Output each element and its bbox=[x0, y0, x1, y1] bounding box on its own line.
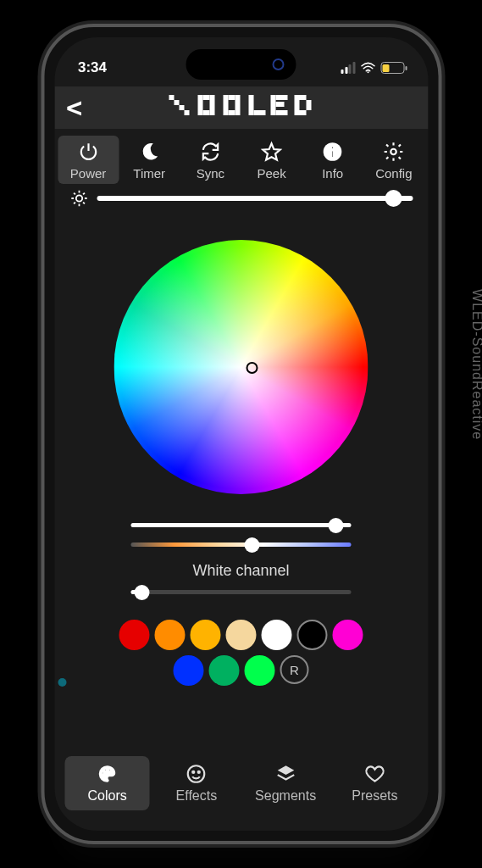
title-bar: < bbox=[54, 86, 428, 129]
side-button bbox=[41, 180, 42, 210]
bottom-nav: Colors Effects Segments Presets bbox=[54, 749, 428, 831]
white-channel-slider[interactable] bbox=[131, 590, 352, 594]
color-temp-slider[interactable] bbox=[131, 542, 352, 547]
star-icon bbox=[261, 141, 283, 163]
swatch-magenta[interactable] bbox=[333, 620, 363, 650]
svg-rect-8 bbox=[202, 110, 209, 115]
config-button[interactable]: Config bbox=[363, 136, 424, 184]
brightness-icon bbox=[69, 189, 88, 208]
peek-button[interactable]: Peek bbox=[241, 136, 302, 184]
svg-rect-25 bbox=[331, 150, 334, 158]
color-wheel[interactable] bbox=[114, 240, 368, 494]
swatch-red[interactable] bbox=[119, 620, 150, 650]
sync-icon bbox=[199, 141, 221, 163]
nav-presets-label: Presets bbox=[352, 788, 397, 804]
brightness-slider[interactable] bbox=[97, 196, 413, 201]
nav-colors[interactable]: Colors bbox=[65, 756, 150, 810]
heart-icon bbox=[363, 763, 385, 785]
svg-rect-4 bbox=[184, 110, 189, 115]
nav-segments[interactable]: Segments bbox=[243, 756, 328, 810]
svg-rect-10 bbox=[235, 95, 240, 115]
battery-icon bbox=[380, 62, 404, 74]
info-button[interactable]: Info bbox=[302, 136, 363, 184]
svg-rect-5 bbox=[197, 95, 202, 115]
svg-rect-13 bbox=[248, 95, 253, 115]
svg-rect-20 bbox=[306, 100, 311, 110]
brightness-row bbox=[54, 189, 428, 214]
config-label: Config bbox=[375, 166, 412, 181]
power-side-button bbox=[440, 231, 441, 315]
moon-icon bbox=[138, 141, 160, 163]
svg-point-32 bbox=[193, 771, 195, 773]
svg-rect-2 bbox=[174, 100, 179, 105]
swatch-black[interactable] bbox=[297, 620, 328, 650]
screen: 3:34 < bbox=[54, 37, 428, 831]
power-button[interactable]: Power bbox=[58, 136, 119, 184]
status-time: 3:34 bbox=[78, 59, 107, 76]
volume-down-button bbox=[41, 298, 42, 353]
swatch-warm-white[interactable] bbox=[226, 620, 257, 650]
info-label: Info bbox=[322, 166, 343, 181]
svg-point-29 bbox=[104, 769, 107, 771]
swatch-orange[interactable] bbox=[155, 620, 186, 650]
svg-point-26 bbox=[391, 149, 397, 155]
swatch-amber[interactable] bbox=[191, 620, 221, 650]
svg-point-28 bbox=[102, 772, 104, 775]
timer-button[interactable]: Timer bbox=[119, 136, 180, 184]
nav-colors-label: Colors bbox=[88, 788, 127, 804]
svg-point-30 bbox=[108, 769, 111, 771]
power-label: Power bbox=[70, 166, 107, 181]
swatch-emerald[interactable] bbox=[209, 655, 240, 686]
cellular-signal-icon bbox=[341, 62, 356, 74]
dynamic-island bbox=[186, 49, 296, 80]
color-swatches: R bbox=[119, 620, 364, 686]
nav-effects[interactable]: Effects bbox=[154, 756, 239, 810]
smile-icon bbox=[186, 763, 208, 785]
svg-rect-3 bbox=[179, 105, 184, 110]
gear-icon bbox=[383, 141, 405, 163]
svg-rect-17 bbox=[275, 102, 284, 107]
svg-point-33 bbox=[198, 771, 200, 773]
sync-button[interactable]: Sync bbox=[180, 136, 241, 184]
nav-effects-label: Effects bbox=[176, 788, 218, 804]
watermark-text: WLED-SoundReactive bbox=[469, 289, 482, 440]
svg-rect-16 bbox=[275, 95, 287, 100]
timer-label: Timer bbox=[133, 166, 165, 181]
svg-rect-22 bbox=[294, 100, 299, 110]
svg-rect-18 bbox=[275, 110, 287, 115]
value-slider[interactable] bbox=[131, 523, 352, 527]
nav-segments-label: Segments bbox=[255, 788, 316, 804]
info-icon bbox=[322, 141, 344, 163]
svg-point-24 bbox=[331, 147, 334, 149]
white-channel-label: White channel bbox=[131, 562, 352, 580]
svg-rect-11 bbox=[228, 95, 235, 100]
peek-label: Peek bbox=[257, 166, 285, 181]
layers-icon bbox=[274, 763, 296, 785]
sync-label: Sync bbox=[197, 166, 224, 181]
swatch-random[interactable]: R bbox=[280, 655, 309, 684]
wifi-icon bbox=[360, 62, 375, 74]
colors-panel: White channel R bbox=[54, 214, 428, 749]
svg-rect-9 bbox=[223, 95, 228, 115]
swatch-white[interactable] bbox=[262, 620, 292, 650]
svg-rect-14 bbox=[253, 110, 265, 115]
svg-rect-21 bbox=[294, 110, 306, 115]
phone-frame: 3:34 < bbox=[41, 24, 441, 844]
app-logo bbox=[74, 90, 416, 126]
swatch-blue[interactable] bbox=[174, 655, 204, 686]
toolbar: Power Timer Sync Peek Info Config bbox=[54, 129, 428, 189]
segment-indicator-dot bbox=[58, 678, 66, 687]
svg-point-27 bbox=[75, 195, 81, 201]
palette-icon bbox=[97, 763, 119, 785]
swatch-green[interactable] bbox=[245, 655, 275, 686]
svg-rect-12 bbox=[228, 110, 235, 115]
svg-rect-6 bbox=[209, 95, 214, 115]
color-wheel-cursor[interactable] bbox=[247, 362, 258, 374]
svg-rect-15 bbox=[270, 95, 275, 115]
svg-rect-19 bbox=[294, 95, 306, 100]
volume-up-button bbox=[41, 231, 42, 285]
svg-point-31 bbox=[188, 765, 205, 782]
nav-presets[interactable]: Presets bbox=[332, 756, 417, 810]
power-icon bbox=[77, 141, 99, 163]
svg-point-0 bbox=[367, 71, 368, 73]
